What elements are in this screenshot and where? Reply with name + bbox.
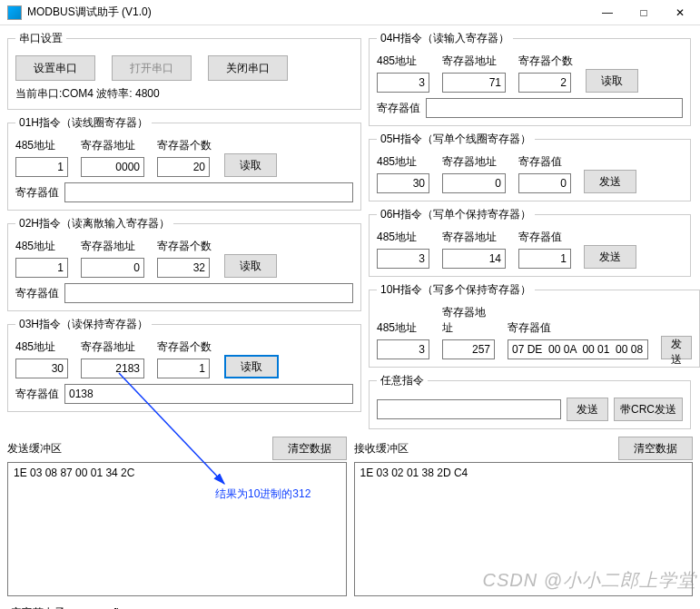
cmd01-addr-label: 485地址 [15,138,68,153]
window-title: MODBUS调试助手 (V1.0) [27,5,589,20]
buffers: 发送缓冲区 清空数据 1E 03 08 87 00 01 34 2C 接收缓冲区… [7,437,693,596]
cmd06-reg-input[interactable] [442,249,506,269]
cmd01-val-input[interactable] [64,182,353,202]
cmd01-group: 01H指令（读线圈寄存器） 485地址 寄存器地址 寄存器个数 读取 寄存器值 [7,115,361,211]
cmd05-val-label: 寄存器值 [518,154,571,170]
send-buffer-content: 1E 03 08 87 00 01 34 2C [14,467,134,479]
cmd01-reg-label: 寄存器地址 [81,138,144,153]
client-area: 串口设置 设置串口 打开串口 关闭串口 当前串口:COM4 波特率: 4800 … [0,25,700,433]
recv-buffer-label: 接收缓冲区 [354,441,409,457]
cmd06-val-label: 寄存器值 [518,230,571,245]
cmd10-group: 10H指令（写多个保持寄存器） 485地址 寄存器地址 寄存器值 发送 [369,282,700,368]
recv-buffer-content: 1E 03 02 01 38 2D C4 [360,467,468,479]
cmd05-addr-input[interactable] [377,173,429,193]
serial-info: 当前串口:COM4 波特率: 4800 [15,86,353,102]
cmdany-group: 任意指令 发送 带CRC发送 [369,373,691,429]
cmd04-reg-input[interactable] [442,73,506,93]
cmd01-count-label: 寄存器个数 [157,138,212,153]
close-button[interactable]: ✕ [662,2,698,24]
cmd05-addr-label: 485地址 [377,154,429,170]
cmd01-legend: 01H指令（读线圈寄存器） [15,115,152,131]
send-buffer-label: 发送缓冲区 [7,441,62,457]
cmd05-reg-input[interactable] [442,173,506,193]
cmd06-reg-label: 寄存器地址 [442,230,506,245]
minimize-button[interactable]: — [589,2,626,24]
cmd01-addr-input[interactable] [15,157,68,177]
close-serial-button[interactable]: 关闭串口 [208,55,288,81]
cmdany-send-button[interactable]: 发送 [567,398,608,421]
cmd04-val-input[interactable] [426,98,683,118]
cmdany-sendcrc-button[interactable]: 带CRC发送 [614,398,683,421]
cmd02-legend: 02H指令（读离散输入寄存器） [15,216,173,231]
cmd04-count-input[interactable] [518,73,571,93]
cmd04-legend: 04H指令（读输入寄存器） [377,31,513,46]
cmd03-val-label: 寄存器值 [15,387,59,402]
cmd03-count-label: 寄存器个数 [157,339,212,355]
cmd06-addr-input[interactable] [377,249,429,269]
send-buffer-col: 发送缓冲区 清空数据 1E 03 08 87 00 01 34 2C [7,437,347,596]
cmd03-reg-label: 寄存器地址 [81,339,144,355]
cmd03-legend: 03H指令（读保持寄存器） [15,317,152,332]
cmd03-addr-label: 485地址 [15,339,68,355]
window-buttons: — □ ✕ [589,2,698,24]
titlebar: MODBUS调试助手 (V1.0) — □ ✕ [0,0,700,25]
cmd03-read-button[interactable]: 读取 [224,355,279,378]
cmd04-group: 04H指令（读输入寄存器） 485地址 寄存器地址 寄存器个数 读取 寄存器值 [369,31,691,126]
cmd02-reg-input[interactable] [81,258,144,278]
cmd02-reg-label: 寄存器地址 [81,239,144,254]
cmd06-send-button[interactable]: 发送 [584,245,636,269]
cmd01-val-label: 寄存器值 [15,185,59,201]
recv-buffer-box[interactable]: 1E 03 02 01 38 2D C4 [354,462,694,596]
cmd03-group: 03H指令（读保持寄存器） 485地址 寄存器地址 寄存器个数 读取 寄存器值 [7,317,361,412]
cmd04-val-label: 寄存器值 [377,101,420,116]
cmd10-reg-input[interactable] [442,339,495,359]
cmdany-legend: 任意指令 [377,373,428,388]
cmd05-val-input[interactable] [518,173,571,193]
cmd05-legend: 05H指令（写单个线圈寄存器） [377,132,535,147]
cmd10-send-button[interactable]: 发送 [661,336,692,359]
cmd10-val-input[interactable] [508,339,648,359]
cmd02-read-button[interactable]: 读取 [224,254,277,278]
cmd02-addr-label: 485地址 [15,239,68,254]
cmd04-read-button[interactable]: 读取 [586,69,638,93]
recv-buffer-clear-button[interactable]: 清空数据 [618,437,693,460]
cmd10-legend: 10H指令（写多个保持寄存器） [377,282,535,298]
cmd10-reg-label: 寄存器地址 [442,305,495,336]
cmd06-val-input[interactable] [518,249,571,269]
open-serial-button[interactable]: 打开串口 [112,55,192,81]
cmd03-addr-input[interactable] [15,359,68,378]
cmd02-val-label: 寄存器值 [15,286,59,301]
send-buffer-clear-button[interactable]: 清空数据 [272,437,347,460]
serial-settings-group: 串口设置 设置串口 打开串口 关闭串口 当前串口:COM4 波特率: 4800 [7,31,361,110]
cmd05-group: 05H指令（写单个线圈寄存器） 485地址 寄存器地址 寄存器值 发送 [369,132,691,201]
cmd01-count-input[interactable] [157,157,210,177]
cmd06-legend: 06H指令（写单个保持寄存器） [377,207,535,222]
cmd04-count-label: 寄存器个数 [518,54,573,69]
cmd03-val-input[interactable] [64,384,353,404]
cmd01-reg-input[interactable] [81,157,144,177]
cmd02-count-input[interactable] [157,258,210,278]
cmd05-send-button[interactable]: 发送 [584,170,636,193]
right-column: 04H指令（读输入寄存器） 485地址 寄存器地址 寄存器个数 读取 寄存器值 … [369,31,691,429]
cmd10-addr-input[interactable] [377,339,429,359]
cmd01-read-button[interactable]: 读取 [224,153,277,177]
maximize-button[interactable]: □ [626,2,662,24]
cmd03-count-input[interactable] [157,359,210,378]
cmd04-reg-label: 寄存器地址 [442,54,506,69]
send-buffer-box[interactable]: 1E 03 08 87 00 01 34 2C [7,462,347,596]
cmd03-reg-input[interactable] [81,359,144,378]
serial-legend: 串口设置 [15,31,66,46]
cmdany-val-input[interactable] [377,399,561,419]
cmd06-addr-label: 485地址 [377,230,429,245]
cmd04-addr-input[interactable] [377,73,429,93]
recv-buffer-col: 接收缓冲区 清空数据 1E 03 02 01 38 2D C4 [354,437,694,596]
cmd02-group: 02H指令（读离散输入寄存器） 485地址 寄存器地址 寄存器个数 读取 寄存器… [7,216,361,311]
set-serial-button[interactable]: 设置串口 [15,55,95,81]
cmd02-count-label: 寄存器个数 [157,239,212,254]
cmd02-val-input[interactable] [64,283,353,303]
footer: 安富莱电子 www.armfly.com [11,605,693,609]
cmd05-reg-label: 寄存器地址 [442,154,506,170]
cmd04-addr-label: 485地址 [377,54,429,69]
left-column: 串口设置 设置串口 打开串口 关闭串口 当前串口:COM4 波特率: 4800 … [7,31,361,429]
cmd02-addr-input[interactable] [15,258,68,278]
